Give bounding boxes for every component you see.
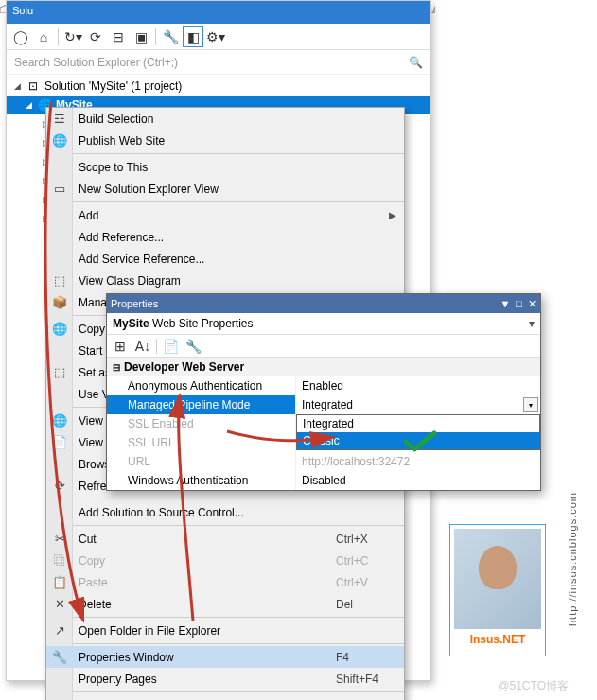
wrench-icon: 🔧: [46, 650, 73, 664]
properties-titlebar[interactable]: Properties ▼ □ ✕: [107, 294, 540, 313]
prop-win-auth[interactable]: Windows AuthenticationDisabled: [107, 471, 540, 490]
properties-icon[interactable]: 🔧: [160, 26, 181, 47]
star-icon: ⬚: [46, 365, 73, 379]
author-name: Insus.NET: [454, 633, 541, 646]
refresh-icon[interactable]: ⟳: [85, 26, 106, 47]
expander-icon[interactable]: ◢: [12, 81, 22, 91]
search-placeholder: Search Solution Explorer (Ctrl+;): [14, 56, 178, 69]
avatar-image: [454, 529, 541, 629]
alpha-icon[interactable]: A↓: [133, 337, 152, 356]
cut-icon: ✂: [46, 532, 73, 546]
search-bar[interactable]: Search Solution Explorer (Ctrl+;) 🔍: [7, 50, 430, 75]
window-icon: ▭: [46, 182, 73, 196]
home-icon[interactable]: ⌂: [33, 26, 54, 47]
properties-object-selector[interactable]: MySite Web Site Properties ▾: [107, 313, 540, 335]
menu-open-folder[interactable]: ↗Open Folder in File Explorer: [46, 620, 404, 641]
package-icon: 📦: [46, 295, 73, 309]
delete-icon: ✕: [46, 597, 73, 611]
copy-web-icon: 🌐: [46, 322, 73, 336]
prop-anon-auth[interactable]: Anonymous AuthenticationEnabled: [107, 376, 540, 395]
menu-add-src[interactable]: Add Solution to Source Control...: [46, 501, 404, 523]
checkmark-icon: [403, 429, 437, 454]
view-icon[interactable]: ⚙▾: [205, 26, 226, 47]
solution-icon: ⊡: [26, 79, 41, 94]
menu-delete[interactable]: ✕DeleteDel: [46, 593, 404, 615]
collapse-icon[interactable]: ⊟: [108, 26, 129, 47]
watermark: @51CTO博客: [498, 678, 569, 694]
sync-icon[interactable]: ↻▾: [62, 26, 83, 47]
dropdown-icon[interactable]: ▼: [500, 298, 510, 310]
props-page-icon[interactable]: 📄: [161, 337, 180, 356]
menu-copy: ⿻CopyCtrl+C: [46, 550, 404, 571]
menu-add-svc[interactable]: Add Service Reference...: [46, 248, 404, 270]
menu-scope[interactable]: Scope to This: [46, 156, 404, 178]
menu-run-analysis[interactable]: Run Code Analysis on Web Site: [46, 694, 404, 700]
author-url: http://insus.cnblogs.com: [567, 492, 578, 626]
expander-icon[interactable]: ◢: [24, 100, 33, 110]
author-card: Insus.NET: [449, 524, 546, 656]
menu-class-diag[interactable]: ⬚View Class Diagram: [46, 270, 404, 291]
menu-properties-window[interactable]: 🔧Properties WindowF4: [46, 646, 404, 668]
chevron-right-icon: ▶: [389, 210, 404, 220]
copy-icon: ⿻: [46, 553, 73, 568]
collapse-icon: ⊟: [113, 362, 120, 373]
page-icon: 📄: [46, 435, 73, 449]
menu-build[interactable]: ☲Build Selection: [46, 108, 404, 130]
solution-label: Solution 'MySite' (1 project): [44, 79, 182, 93]
dropdown-button[interactable]: ▾: [523, 397, 538, 412]
menu-new-view[interactable]: ▭New Solution Explorer View: [46, 178, 404, 200]
preview-icon[interactable]: ◧: [183, 26, 203, 47]
categorized-icon[interactable]: ⊞: [111, 337, 130, 356]
refresh-icon: ⟳: [46, 479, 73, 493]
diagram-icon: ⬚: [46, 273, 73, 288]
menu-cut[interactable]: ✂CutCtrl+X: [46, 528, 404, 550]
prop-url: URLhttp://localhost:32472: [107, 452, 540, 471]
show-all-icon[interactable]: ▣: [131, 26, 151, 47]
folder-icon: ↗: [46, 623, 73, 638]
menu-publish[interactable]: 🌐Publish Web Site: [46, 130, 404, 151]
prop-pipeline-mode[interactable]: Managed Pipeline ModeIntegrated▾: [107, 395, 540, 414]
properties-window: Properties ▼ □ ✕ MySite Web Site Propert…: [106, 293, 541, 491]
menu-property-pages[interactable]: Property PagesShift+F4: [46, 668, 404, 690]
build-icon: ☲: [46, 112, 73, 126]
publish-icon: 🌐: [46, 133, 73, 148]
chevron-down-icon: ▾: [529, 317, 535, 330]
properties-title-text: Properties: [111, 298, 158, 309]
menu-paste: 📋PasteCtrl+V: [46, 571, 404, 593]
browser-icon: 🌐: [46, 413, 73, 428]
paste-icon: 📋: [46, 575, 73, 589]
panel-titlebar: Solu: [7, 1, 430, 24]
maximize-icon[interactable]: □: [516, 298, 522, 310]
category-header[interactable]: ⊟Developer Web Server: [107, 358, 540, 376]
toolbar: ◯ ⌂ ↻▾ ⟳ ⊟ ▣ 🔧 ◧ ⚙▾: [7, 24, 430, 50]
properties-toolbar: ⊞ A↓ 📄 🔧: [107, 335, 540, 358]
solution-node[interactable]: ◢ ⊡ Solution 'MySite' (1 project): [7, 77, 430, 96]
back-icon[interactable]: ◯: [10, 26, 31, 47]
menu-add-ref[interactable]: Add Reference...: [46, 226, 404, 248]
wrench-icon[interactable]: 🔧: [184, 337, 202, 356]
close-icon[interactable]: ✕: [528, 298, 536, 310]
menu-add[interactable]: Add▶: [46, 204, 404, 226]
search-icon: 🔍: [409, 56, 423, 69]
